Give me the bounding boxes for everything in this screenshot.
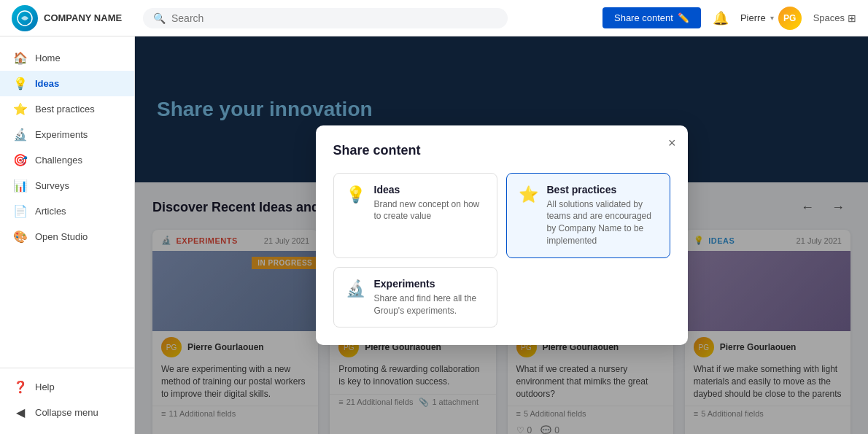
articles-icon: 📄 [13, 204, 28, 218]
sidebar-label-surveys: Surveys [35, 180, 69, 191]
experiments-option-icon: 🔬 [346, 279, 365, 298]
best-practices-option-body: Best practices All solutions validated b… [547, 184, 658, 247]
modal-option-experiments[interactable]: 🔬 Experiments Share and find here all th… [333, 267, 497, 328]
sidebar-label-experiments: Experiments [35, 129, 88, 140]
sidebar-label-collapse: Collapse menu [35, 407, 98, 418]
ideas-icon: 💡 [13, 77, 28, 90]
sidebar-item-articles[interactable]: 📄 Articles [0, 198, 134, 224]
best-practices-icon: ⭐ [13, 102, 28, 116]
spaces-grid-icon: ⊞ [848, 12, 856, 24]
sidebar-label-articles: Articles [35, 206, 66, 217]
user-avatar: PG [778, 7, 802, 30]
search-bar: 🔍 [143, 8, 508, 28]
user-menu[interactable]: Pierre ▾ PG [740, 7, 802, 30]
sidebar: 🏠 Home 💡 Ideas ⭐ Best practices 🔬 Experi… [0, 36, 135, 434]
sidebar-item-challenges[interactable]: 🎯 Challenges [0, 147, 134, 173]
help-icon: ❓ [13, 380, 28, 394]
ideas-option-body: Ideas Brand new concept on how to create… [374, 184, 485, 223]
ideas-option-icon: 💡 [346, 185, 365, 204]
modal-overlay[interactable]: × Share content 💡 Ideas Brand new concep… [135, 36, 868, 434]
experiments-option-body: Experiments Share and find here all the … [374, 278, 485, 317]
collapse-icon: ◀ [13, 406, 28, 419]
search-icon: 🔍 [153, 12, 166, 24]
search-input[interactable] [171, 12, 317, 24]
share-content-modal: × Share content 💡 Ideas Brand new concep… [316, 125, 688, 346]
modal-option-best-practices[interactable]: ⭐ Best practices All solutions validated… [506, 173, 670, 258]
sidebar-item-open-studio[interactable]: 🎨 Open Studio [0, 224, 134, 249]
sidebar-label-help: Help [35, 381, 55, 392]
bell-icon: 🔔 [713, 11, 729, 26]
sidebar-item-ideas[interactable]: 💡 Ideas [0, 71, 134, 96]
logo-text: COMPANY NAME [44, 12, 122, 23]
sidebar-label-best-practices: Best practices [35, 104, 95, 115]
edit-icon: ✏️ [678, 12, 689, 23]
modal-options-row-1: 💡 Ideas Brand new concept on how to crea… [333, 173, 670, 258]
modal-option-ideas[interactable]: 💡 Ideas Brand new concept on how to crea… [333, 173, 497, 258]
best-practices-option-icon: ⭐ [519, 185, 538, 204]
home-icon: 🏠 [13, 51, 28, 65]
modal-title: Share content [333, 143, 670, 158]
chevron-down-icon: ▾ [770, 14, 774, 22]
challenges-icon: 🎯 [13, 153, 28, 167]
ideas-option-title: Ideas [374, 184, 485, 195]
share-content-button[interactable]: Share content ✏️ [602, 7, 701, 28]
notifications-button[interactable]: 🔔 [713, 10, 729, 26]
sidebar-item-surveys[interactable]: 📊 Surveys [0, 173, 134, 198]
spaces-label: Spaces [813, 12, 845, 23]
nav-right: Share content ✏️ 🔔 Pierre ▾ PG Spaces ⊞ [602, 7, 856, 30]
modal-options: 💡 Ideas Brand new concept on how to crea… [333, 173, 670, 328]
experiments-option-title: Experiments [374, 278, 485, 290]
logo: COMPANY NAME [12, 5, 143, 31]
modal-options-row-2: 🔬 Experiments Share and find here all th… [333, 267, 670, 328]
best-practices-option-desc: All solutions validated by teams and are… [547, 198, 658, 247]
user-name: Pierre [740, 12, 766, 23]
main-content: Share your innovation Discover Recent Id… [135, 36, 868, 434]
experiments-option-desc: Share and find here all the Group's expe… [374, 292, 485, 317]
share-content-label: Share content [614, 12, 673, 23]
main-layout: 🏠 Home 💡 Ideas ⭐ Best practices 🔬 Experi… [0, 36, 868, 434]
sidebar-item-help[interactable]: ❓ Help [0, 374, 134, 400]
sidebar-bottom: ❓ Help ◀ Collapse menu [0, 368, 134, 425]
experiments-icon: 🔬 [13, 128, 28, 142]
topnav: COMPANY NAME 🔍 Share content ✏️ 🔔 Pierre… [0, 0, 868, 36]
sidebar-label-home: Home [35, 53, 61, 63]
sidebar-label-open-studio: Open Studio [35, 231, 88, 242]
sidebar-label-ideas: Ideas [35, 78, 59, 89]
sidebar-item-collapse[interactable]: ◀ Collapse menu [0, 400, 134, 425]
logo-icon [12, 5, 38, 31]
sidebar-item-home[interactable]: 🏠 Home [0, 45, 134, 71]
ideas-option-desc: Brand new concept on how to create value [374, 198, 485, 223]
sidebar-item-best-practices[interactable]: ⭐ Best practices [0, 96, 134, 122]
open-studio-icon: 🎨 [13, 230, 28, 244]
best-practices-option-title: Best practices [547, 184, 658, 195]
sidebar-item-experiments[interactable]: 🔬 Experiments [0, 122, 134, 147]
spaces-button[interactable]: Spaces ⊞ [813, 12, 856, 24]
surveys-icon: 📊 [13, 179, 28, 193]
sidebar-label-challenges: Challenges [35, 155, 82, 166]
modal-close-button[interactable]: × [668, 136, 676, 151]
